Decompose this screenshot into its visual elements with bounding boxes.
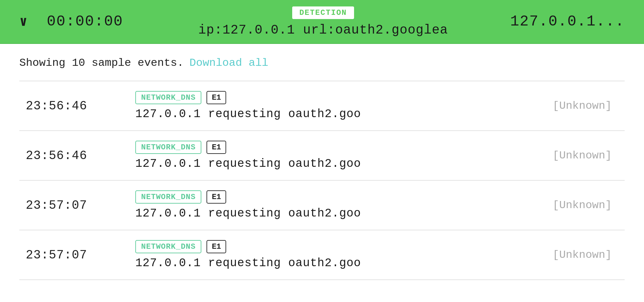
collapse-chevron[interactable]: ∨ xyxy=(19,13,27,30)
tag-network-dns: NETWORK_DNS xyxy=(135,91,201,104)
event-status: [Unknown] xyxy=(534,199,618,211)
event-description: 127.0.0.1 requesting oauth2.goo xyxy=(135,107,534,121)
header-bar: ∨ 00:00:00 DETECTION ip:127.0.0.1 url:oa… xyxy=(0,0,644,44)
download-all-link[interactable]: Download all xyxy=(189,57,268,69)
tag-network-dns: NETWORK_DNS xyxy=(135,190,201,204)
table-row: 23:57:07 NETWORK_DNS E1 127.0.0.1 reques… xyxy=(19,230,625,280)
events-list: 23:56:46 NETWORK_DNS E1 127.0.0.1 reques… xyxy=(19,81,625,280)
event-details: NETWORK_DNS E1 127.0.0.1 requesting oaut… xyxy=(116,91,534,121)
detection-badge: DETECTION xyxy=(292,6,355,20)
sample-count-text: Showing 10 sample events. xyxy=(19,57,184,69)
header-ip-short: 127.0.0.1... xyxy=(510,13,625,30)
event-status: [Unknown] xyxy=(534,100,618,112)
event-details: NETWORK_DNS E1 127.0.0.1 requesting oaut… xyxy=(116,141,534,170)
event-time: 23:57:07 xyxy=(26,248,116,262)
event-time: 23:57:07 xyxy=(26,198,116,212)
event-details: NETWORK_DNS E1 127.0.0.1 requesting oaut… xyxy=(116,240,534,270)
header-center: DETECTION ip:127.0.0.1 url:oauth2.google… xyxy=(162,6,485,37)
tag-e1: E1 xyxy=(207,141,226,154)
content-area: Showing 10 sample events. Download all 2… xyxy=(0,44,644,280)
event-tags: NETWORK_DNS E1 xyxy=(135,141,534,154)
event-time: 23:56:46 xyxy=(26,99,116,113)
event-tags: NETWORK_DNS E1 xyxy=(135,190,534,204)
event-description: 127.0.0.1 requesting oauth2.goo xyxy=(135,157,534,170)
event-tags: NETWORK_DNS E1 xyxy=(135,240,534,253)
tag-network-dns: NETWORK_DNS xyxy=(135,240,201,253)
header-url-info: ip:127.0.0.1 url:oauth2.googlea xyxy=(198,23,448,37)
table-row: 23:57:07 NETWORK_DNS E1 127.0.0.1 reques… xyxy=(19,180,625,230)
tag-e1: E1 xyxy=(207,240,226,253)
tag-network-dns: NETWORK_DNS xyxy=(135,141,201,154)
sample-info-row: Showing 10 sample events. Download all xyxy=(19,57,625,69)
tag-e1: E1 xyxy=(207,91,226,104)
event-time: 23:56:46 xyxy=(26,149,116,163)
event-description: 127.0.0.1 requesting oauth2.goo xyxy=(135,257,534,270)
tag-e1: E1 xyxy=(207,190,226,204)
event-details: NETWORK_DNS E1 127.0.0.1 requesting oaut… xyxy=(116,190,534,220)
header-time: 00:00:00 xyxy=(47,13,123,30)
table-row: 23:56:46 NETWORK_DNS E1 127.0.0.1 reques… xyxy=(19,130,625,180)
event-status: [Unknown] xyxy=(534,249,618,261)
event-description: 127.0.0.1 requesting oauth2.goo xyxy=(135,207,534,220)
event-tags: NETWORK_DNS E1 xyxy=(135,91,534,104)
event-status: [Unknown] xyxy=(534,149,618,162)
table-row: 23:56:46 NETWORK_DNS E1 127.0.0.1 reques… xyxy=(19,81,625,130)
